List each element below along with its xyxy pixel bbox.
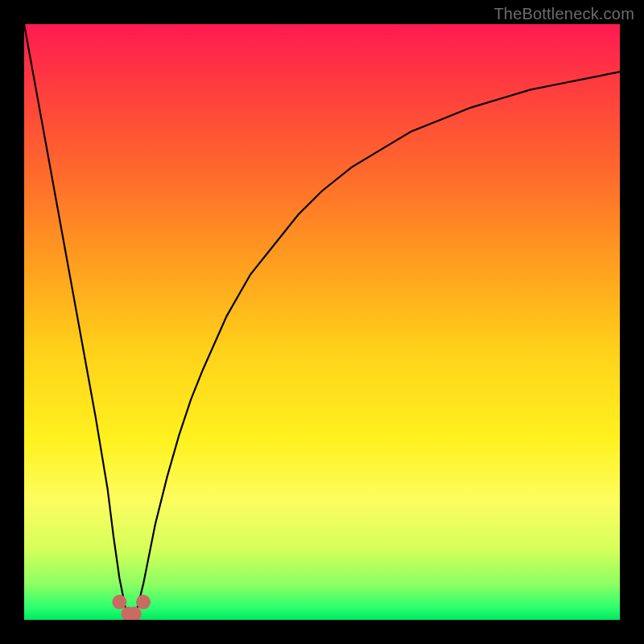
chart-plot-area <box>24 24 620 620</box>
outer-frame: TheBottleneck.com <box>0 0 644 644</box>
min-markers <box>112 595 151 620</box>
watermark-text: TheBottleneck.com <box>493 5 634 23</box>
bottleneck-curve <box>24 24 620 620</box>
chart-svg <box>24 24 620 620</box>
min-right-knee-marker <box>136 595 151 609</box>
min-left-knee-marker <box>112 595 126 609</box>
